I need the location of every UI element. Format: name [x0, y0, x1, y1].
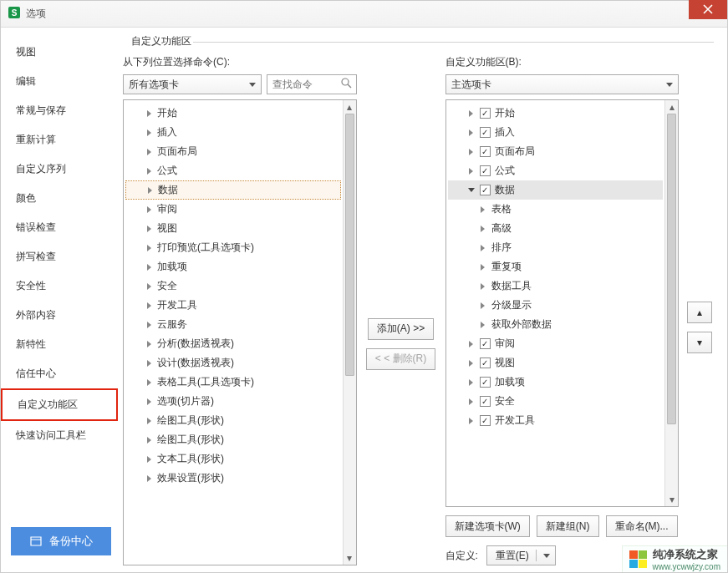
expander-icon[interactable] — [466, 185, 476, 195]
expander-icon[interactable] — [144, 262, 154, 272]
expander-icon[interactable] — [466, 339, 476, 349]
expander-icon[interactable] — [144, 378, 154, 388]
tree-item[interactable]: 分级显示 — [448, 296, 664, 315]
expander-icon[interactable] — [144, 454, 154, 464]
expander-icon[interactable] — [478, 224, 488, 234]
tree-item[interactable]: 公式 — [448, 161, 664, 180]
tree-item[interactable]: 数据 — [125, 180, 341, 200]
expander-icon[interactable] — [144, 416, 154, 426]
tree-item[interactable]: 数据 — [448, 180, 664, 200]
scrollbar[interactable]: ▴ ▾ — [343, 100, 356, 565]
tree-item[interactable]: 打印预览(工具选项卡) — [125, 238, 341, 257]
checkbox[interactable] — [480, 146, 491, 157]
tree-item[interactable]: 云服务 — [125, 315, 341, 334]
expander-icon[interactable] — [144, 397, 154, 407]
checkbox[interactable] — [480, 108, 491, 119]
tree-item[interactable]: 视图 — [125, 219, 341, 238]
expander-icon[interactable] — [466, 397, 476, 407]
checkbox[interactable] — [480, 165, 491, 176]
expander-icon[interactable] — [144, 128, 154, 138]
tree-item[interactable]: 插入 — [448, 123, 664, 142]
expander-icon[interactable] — [144, 320, 154, 330]
expander-icon[interactable] — [466, 109, 476, 119]
sidebar-item[interactable]: 编辑 — [1, 67, 118, 96]
tree-item[interactable]: 开始 — [125, 104, 341, 123]
scroll-up-button[interactable]: ▴ — [344, 100, 356, 114]
expander-icon[interactable] — [478, 205, 488, 215]
ribbon-tabs-select[interactable]: 主选项卡 — [445, 74, 680, 94]
tree-item[interactable]: 获取外部数据 — [448, 315, 664, 334]
expander-icon[interactable] — [144, 205, 154, 215]
sidebar-item[interactable]: 颜色 — [1, 184, 118, 213]
expander-icon[interactable] — [144, 474, 154, 484]
new-group-button[interactable]: 新建组(N) — [537, 515, 599, 537]
new-tab-button[interactable]: 新建选项卡(W) — [445, 515, 530, 537]
tree-item[interactable]: 加载项 — [125, 257, 341, 276]
tree-item[interactable]: 排序 — [448, 238, 664, 257]
reset-button[interactable]: 重置(E) — [486, 545, 556, 565]
expander-icon[interactable] — [478, 301, 488, 311]
expander-icon[interactable] — [466, 147, 476, 157]
checkbox[interactable] — [480, 357, 491, 368]
sidebar-item[interactable]: 拼写检查 — [1, 242, 118, 271]
remove-button[interactable]: < < 删除(R) — [366, 348, 435, 370]
expander-icon[interactable] — [144, 224, 154, 234]
expander-icon[interactable] — [144, 166, 154, 176]
expander-icon[interactable] — [144, 301, 154, 311]
checkbox[interactable] — [480, 338, 491, 349]
sidebar-item[interactable]: 重新计算 — [1, 125, 118, 155]
sidebar-item[interactable]: 快速访问工具栏 — [1, 421, 118, 450]
expander-icon[interactable] — [466, 416, 476, 426]
checkbox[interactable] — [480, 127, 491, 138]
expander-icon[interactable] — [144, 358, 154, 368]
tree-item[interactable]: 表格 — [448, 200, 664, 219]
checkbox[interactable] — [480, 185, 491, 195]
scroll-up-button[interactable]: ▴ — [665, 100, 678, 114]
search-input[interactable] — [267, 74, 357, 94]
tree-item[interactable]: 设计(数据透视表) — [125, 353, 341, 373]
tree-item[interactable]: 开发工具 — [125, 296, 341, 315]
checkbox[interactable] — [480, 415, 491, 426]
expander-icon[interactable] — [144, 435, 154, 445]
tree-item[interactable]: 插入 — [125, 123, 341, 142]
tree-item[interactable]: 审阅 — [448, 334, 664, 353]
checkbox[interactable] — [480, 377, 491, 388]
scroll-down-button[interactable]: ▾ — [665, 493, 678, 506]
scroll-down-button[interactable]: ▾ — [344, 551, 356, 565]
sidebar-item[interactable]: 新特性 — [1, 330, 118, 359]
expander-icon[interactable] — [478, 262, 488, 272]
move-down-button[interactable]: ▾ — [687, 332, 712, 353]
tree-item[interactable]: 高级 — [448, 219, 664, 238]
expander-icon[interactable] — [144, 147, 154, 157]
expander-icon[interactable] — [144, 243, 154, 253]
sidebar-item[interactable]: 安全性 — [1, 271, 118, 301]
expander-icon[interactable] — [144, 109, 154, 119]
tree-item[interactable]: 绘图工具(形状) — [125, 430, 341, 449]
expander-icon[interactable] — [478, 320, 488, 330]
expander-icon[interactable] — [466, 128, 476, 138]
sidebar-item[interactable]: 错误检查 — [1, 213, 118, 242]
checkbox[interactable] — [480, 396, 491, 407]
sidebar-item[interactable]: 自定义功能区 — [1, 388, 118, 421]
tree-item[interactable]: 审阅 — [125, 200, 341, 219]
expander-icon[interactable] — [144, 281, 154, 292]
tree-item[interactable]: 选项(切片器) — [125, 392, 341, 411]
tree-item[interactable]: 绘图工具(形状) — [125, 411, 341, 430]
tree-item[interactable]: 视图 — [448, 353, 664, 373]
expander-icon[interactable] — [466, 378, 476, 388]
add-button[interactable]: 添加(A) >> — [368, 318, 434, 340]
expander-icon[interactable] — [478, 243, 488, 253]
tree-item[interactable]: 公式 — [125, 161, 341, 180]
sidebar-item[interactable]: 信任中心 — [1, 359, 118, 388]
commands-source-select[interactable]: 所有选项卡 — [123, 74, 262, 94]
expander-icon[interactable] — [466, 358, 476, 368]
expander-icon[interactable] — [478, 281, 488, 292]
tree-item[interactable]: 效果设置(形状) — [125, 469, 341, 488]
scrollbar[interactable]: ▴ ▾ — [664, 100, 678, 506]
tree-item[interactable]: 开始 — [448, 104, 664, 123]
tree-item[interactable]: 重复项 — [448, 257, 664, 276]
tree-item[interactable]: 加载项 — [448, 373, 664, 392]
sidebar-item[interactable]: 常规与保存 — [1, 96, 118, 125]
tree-item[interactable]: 分析(数据透视表) — [125, 334, 341, 353]
tree-item[interactable]: 表格工具(工具选项卡) — [125, 373, 341, 392]
